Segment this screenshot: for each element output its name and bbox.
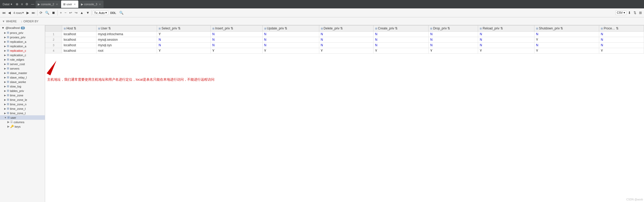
export-btn[interactable]: ⬇ [627,10,632,15]
tab-console-3[interactable]: ▶ console_3 ✕ [79,1,104,8]
table-cell[interactable]: Y [157,48,211,54]
table-cell[interactable]: mysql.session [96,37,157,43]
table-cell[interactable]: N [157,37,211,43]
next-row-btn[interactable]: ▶ [25,10,30,15]
sidebar-item-server-cost[interactable]: ▶ ⊞ server_cost [0,62,45,66]
sidebar-item-servers[interactable]: ▶ ⊞ servers [0,66,45,71]
sidebar-item-slave-worker[interactable]: ▶ ⊞ slave_worke [0,80,45,84]
table-cell[interactable]: Y [534,48,599,54]
last-row-btn[interactable]: ⏭ [31,10,36,15]
table-cell[interactable]: N [319,32,374,37]
table-cell[interactable]: N [429,43,478,48]
table-cell[interactable]: Y [374,48,429,54]
create-priv-header[interactable]: ⊞ Create_priv ⇅ [374,25,429,32]
table-cell[interactable]: Y [478,48,534,54]
table-cell[interactable]: N [599,32,644,37]
sidebar-item-time-zone-n[interactable]: ▶ ⊞ time_zone_n [0,102,45,106]
search-filter-btn[interactable]: 🔍 [118,10,125,15]
table-cell[interactable]: N [374,37,429,43]
sidebar-item-role-edges[interactable]: ▶ ⊞ role_edges [0,57,45,62]
table-cell[interactable]: Y [534,37,599,43]
sidebar-item-time-zone-t2[interactable]: ▶ ⊞ time_zone_t [0,111,45,115]
remove-row-btn[interactable]: − [63,10,68,15]
table-cell[interactable]: localhost [62,37,96,43]
insert-priv-header[interactable]: ⊞ Insert_priv ⇅ [210,25,262,32]
sidebar-item-proxies-priv[interactable]: ▶ ⊞ proxies_priv [0,35,45,39]
csv-dropdown[interactable]: CSV ▾ [615,11,626,15]
sidebar-item-time-zone-t1[interactable]: ▶ ⊞ time_zone_t [0,106,45,111]
table-cell[interactable]: 2 [45,37,62,43]
sidebar-item-time-zone-le[interactable]: ▶ ⊞ time_zone_le [0,97,45,102]
shutdown-priv-header[interactable]: ⊞ Shutdown_priv ⇅ [534,25,599,32]
prev-row-btn[interactable]: ◀ [7,10,12,15]
tab-console-2-close[interactable]: ✕ [55,3,58,6]
reload-priv-header[interactable]: ⊞ Reload_priv ⇅ [478,25,534,32]
up-btn[interactable]: ▲ [79,10,85,15]
sidebar-item-time-zone[interactable]: ▶ ⊞ time_zone [0,93,45,97]
table-cell[interactable]: N [429,32,478,37]
sidebar-item-procs-priv[interactable]: ▶ ⊞ procs_priv [0,30,45,35]
select-priv-header[interactable]: ⊞ Select_priv ⇅ [157,25,211,32]
stop-btn[interactable]: ⏹ [51,10,56,15]
table-cell[interactable]: N [319,37,374,43]
table-cell[interactable]: N [157,43,211,48]
table-cell[interactable]: N [210,43,262,48]
sort-btn[interactable]: ⇅ [632,10,637,15]
table-row[interactable]: 1localhostmysql.infoschemaYNNNNNNNN [45,32,644,37]
table-cell[interactable]: N [319,43,374,48]
table-cell[interactable]: 3 [45,43,62,48]
table-cell[interactable]: N [374,43,429,48]
down-btn[interactable]: ▼ [85,10,90,15]
table-cell[interactable]: Y [210,48,262,54]
table-cell[interactable]: Y [319,48,374,54]
table-cell[interactable]: N [599,43,644,48]
proc-header[interactable]: ⊞ Proce… ⇅ [599,25,644,32]
tab-list-btn[interactable]: ≡ [20,2,24,7]
table-cell[interactable]: N [262,43,319,48]
table-cell[interactable]: root [96,48,157,54]
tab-console-3-close[interactable]: ✕ [98,3,101,6]
table-cell[interactable]: 1 [45,32,62,37]
where-filter[interactable]: ▼ WHERE [2,20,17,23]
sidebar-item-replication-c1[interactable]: ▶ ⊞ replication_c [0,48,45,53]
table-row[interactable]: 3localhostmysql.sysNNNNNNNNN [45,43,644,48]
table-cell[interactable]: localhost [62,48,96,54]
host-header[interactable]: ⊞ Host ⇅ [62,25,96,32]
sidebar-item-user[interactable]: ▼ ⊞ user [0,115,45,120]
sidebar-root[interactable]: ▼ @localhost 9 [0,25,45,30]
first-row-btn[interactable]: ⏮ [1,10,7,15]
table-cell[interactable]: mysql.sys [96,43,157,48]
search-btn[interactable]: 🔍 [44,10,50,15]
table-cell[interactable]: localhost [62,43,96,48]
table-cell[interactable]: 4 [45,48,62,54]
update-priv-header[interactable]: ⊞ Update_priv ⇅ [262,25,319,32]
sidebar-sub-keys[interactable]: ▶ 🔑 keys [0,124,45,129]
delete-priv-header[interactable]: ⊞ Delete_priv ⇅ [319,25,374,32]
sidebar-item-slow-log[interactable]: ▶ ⊞ slow_log [0,84,45,89]
table-cell[interactable]: N [210,37,262,43]
table-cell[interactable]: N [478,43,534,48]
table-row[interactable]: 4localhostrootYYYYYYYYY [45,48,644,54]
sidebar-item-tables-priv[interactable]: ▶ ⊞ tables_priv [0,89,45,93]
order-by-filter[interactable]: ↕ ORDER BY [21,20,39,23]
table-cell[interactable]: Y [599,48,644,54]
sidebar-item-replication-c2[interactable]: ▶ ⊞ replication_c [0,53,45,57]
table-cell[interactable]: N [478,37,534,43]
minimize-btn[interactable]: — [30,2,35,7]
table-cell[interactable]: N [478,32,534,37]
sidebar-item-replication-a2[interactable]: ▶ ⊞ replication_a [0,44,45,48]
table-cell[interactable]: N [210,32,262,37]
tab-config-btn[interactable]: ⚙ [24,2,29,7]
sidebar-item-slave-master[interactable]: ▶ ⊞ slave_master [0,71,45,75]
table-cell[interactable]: N [262,32,319,37]
table-cell[interactable]: N [534,43,599,48]
sidebar-sub-columns[interactable]: ▶ ☰ columns [0,120,45,124]
table-cell[interactable]: Y [157,32,211,37]
columns-btn[interactable]: ⊞ [638,10,643,15]
rows-select[interactable]: 4 rows ▾ [12,11,25,14]
table-cell[interactable]: Y [262,48,319,54]
sidebar-item-replication-a1[interactable]: ▶ ⊞ replication_a [0,39,45,44]
redo-btn[interactable]: ↪ [74,10,79,15]
add-row-btn[interactable]: + [59,10,63,15]
table-cell[interactable]: Y [429,48,478,54]
